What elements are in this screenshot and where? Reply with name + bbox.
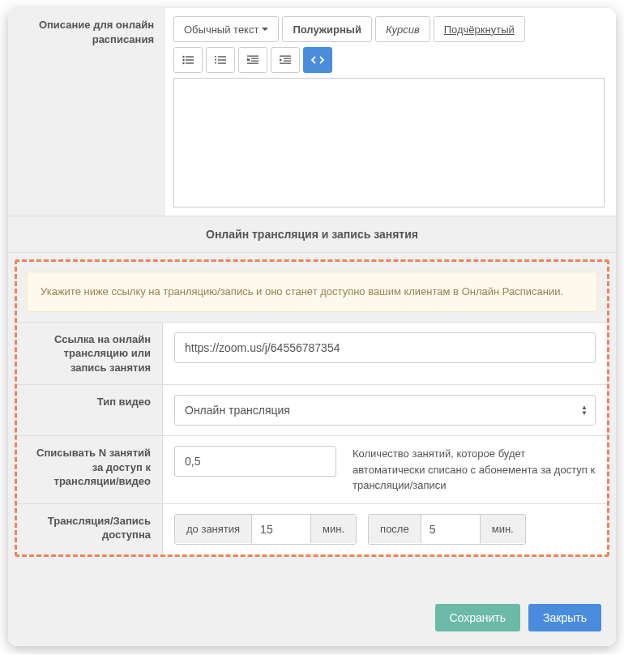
save-button[interactable]: Сохранить [435, 604, 521, 631]
svg-rect-5 [186, 62, 194, 63]
chevron-down-icon [262, 28, 268, 31]
italic-button[interactable]: Курсив [375, 16, 430, 42]
link-input[interactable] [174, 332, 596, 363]
after-time-input[interactable] [421, 515, 480, 544]
svg-rect-13 [251, 58, 259, 59]
svg-rect-15 [247, 63, 259, 64]
before-unit-label: мин. [310, 515, 356, 543]
link-label: Ссылка на онлайн трансляцию или запись з… [17, 323, 163, 385]
nfield-input[interactable] [174, 446, 336, 477]
after-time-group: после мин. [368, 514, 526, 545]
description-field: Обычный текст Полужирный Курсив Подчёркн… [165, 8, 616, 216]
svg-rect-17 [284, 58, 291, 59]
availability-row: Трансляция/Запись доступна до занятия ми… [17, 503, 607, 554]
online-stream-group: Укажите ниже ссылку на транляцию/запись … [15, 259, 609, 557]
svg-point-4 [182, 62, 184, 64]
close-button[interactable]: Закрыть [528, 604, 601, 631]
svg-point-2 [182, 59, 184, 61]
indent-icon[interactable] [271, 47, 300, 73]
editor-toolbar-row2 [173, 47, 605, 73]
svg-rect-3 [186, 59, 194, 60]
svg-rect-1 [186, 56, 194, 57]
editor-toolbar-row1: Обычный текст Полужирный Курсив Подчёркн… [173, 16, 605, 42]
svg-rect-8 [215, 59, 216, 60]
svg-rect-19 [280, 63, 291, 64]
editor-textarea[interactable] [173, 78, 605, 208]
alert-message: Укажите ниже ссылку на транляцию/запись … [27, 272, 597, 312]
svg-rect-18 [284, 61, 291, 62]
code-view-icon[interactable] [303, 47, 332, 73]
svg-rect-7 [218, 56, 226, 57]
footer-buttons: Сохранить Закрыть [8, 563, 616, 646]
svg-point-0 [182, 56, 184, 58]
after-unit-label: мин. [480, 515, 525, 543]
svg-rect-6 [215, 56, 216, 57]
nfield-row: Списывать N занятий за доступ к трансляц… [17, 435, 607, 503]
video-type-row: Тип видео Онлайн трансляция ▲▼ [17, 384, 607, 435]
video-type-select[interactable]: Онлайн трансляция [174, 395, 596, 426]
nfield-help: Количество занятий, которое будет автома… [353, 446, 596, 494]
nfield-label: Списывать N занятий за доступ к трансляц… [17, 436, 163, 503]
description-row: Описание для онлайн расписания Обычный т… [8, 8, 616, 216]
svg-rect-9 [218, 59, 226, 60]
section-header: Онлайн трансляция и запись занятия [8, 216, 616, 253]
description-label: Описание для онлайн расписания [8, 8, 165, 216]
numbered-list-icon[interactable] [206, 47, 235, 73]
outdent-icon[interactable] [238, 47, 267, 73]
svg-rect-10 [215, 62, 216, 63]
svg-rect-14 [251, 61, 259, 62]
text-style-dropdown[interactable]: Обычный текст [173, 16, 279, 42]
bold-button[interactable]: Полужирный [282, 16, 372, 42]
after-addon-label: после [369, 515, 421, 543]
text-style-label: Обычный текст [184, 24, 259, 36]
link-row: Ссылка на онлайн трансляцию или запись з… [17, 322, 607, 385]
svg-rect-16 [280, 56, 291, 57]
bullet-list-icon[interactable] [173, 47, 203, 73]
svg-rect-12 [247, 56, 259, 57]
before-time-group: до занятия мин. [174, 514, 357, 545]
before-time-input[interactable] [252, 515, 310, 544]
svg-rect-11 [218, 62, 226, 63]
form-panel: Описание для онлайн расписания Обычный т… [8, 8, 616, 646]
availability-label: Трансляция/Запись доступна [17, 504, 163, 554]
video-type-label: Тип видео [17, 385, 163, 435]
before-addon-label: до занятия [175, 515, 252, 543]
underline-button[interactable]: Подчёркнутый [434, 16, 525, 42]
